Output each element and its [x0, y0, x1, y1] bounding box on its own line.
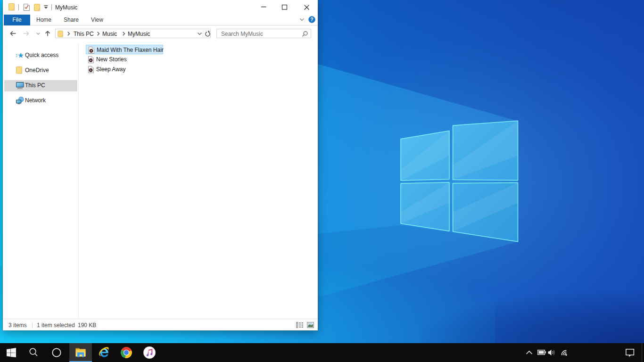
svg-text:?: ?: [310, 16, 313, 22]
